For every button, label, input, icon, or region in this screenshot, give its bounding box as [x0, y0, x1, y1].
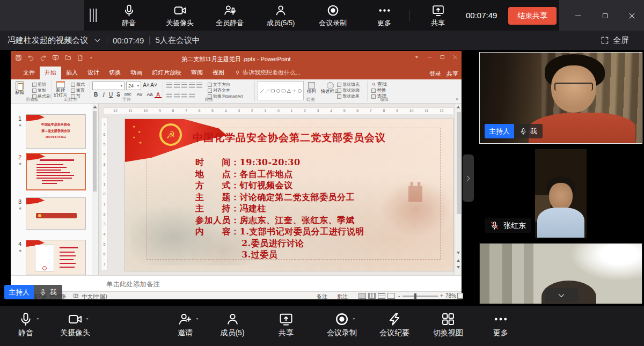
- ribbon-options-icon[interactable]: [414, 54, 420, 60]
- paste-button[interactable]: 粘贴: [15, 81, 24, 95]
- invite-button[interactable]: 邀请: [178, 306, 193, 346]
- camera-caret-icon[interactable]: [85, 316, 90, 321]
- zoom-percentage[interactable]: 78%: [445, 293, 456, 299]
- tab-transitions[interactable]: 切换: [104, 67, 126, 79]
- meeting-minutes-button[interactable]: 会议纪要: [379, 306, 409, 346]
- tab-review[interactable]: 审阅: [186, 67, 208, 79]
- camera-off-button[interactable]: 关摄像头: [166, 0, 194, 31]
- ppt-titlebar[interactable]: 第二支部11月主题党日 .pptx - PowerPoint: [11, 51, 462, 67]
- slide-thumbnail-2-selected[interactable]: [26, 153, 86, 190]
- align-text-button[interactable]: 对齐文本: [208, 87, 230, 93]
- video-tile-zhanghongdong[interactable]: 张红东: [479, 146, 642, 240]
- tab-home[interactable]: 开始: [40, 67, 61, 79]
- drag-handle[interactable]: [90, 9, 97, 22]
- quick-styles-button[interactable]: 快速样式: [321, 82, 339, 94]
- sidebar-toggle-button[interactable]: [463, 154, 474, 202]
- video-tile-bright[interactable]: [479, 243, 642, 304]
- close-button[interactable]: [624, 8, 640, 24]
- members-button[interactable]: 成员(5): [220, 306, 244, 346]
- new-slide-button[interactable]: 新建 幻灯片: [54, 81, 68, 98]
- record-button[interactable]: 会议录制: [319, 0, 347, 31]
- ppt-minimize-icon[interactable]: [427, 54, 433, 60]
- more-button[interactable]: 更多: [377, 0, 391, 31]
- next-slide-button[interactable]: [457, 266, 460, 269]
- normal-view-button[interactable]: [358, 293, 366, 299]
- self-video-overlay[interactable]: 主持人 我: [4, 285, 62, 299]
- zoom-out-button[interactable]: -: [398, 293, 400, 299]
- notes-pane[interactable]: 单击此处添加备注: [11, 275, 462, 291]
- slide-scrollbar[interactable]: [455, 104, 462, 275]
- ppt-close-icon[interactable]: [452, 54, 458, 60]
- more-button[interactable]: 更多: [493, 306, 508, 346]
- scroll-up-arrow[interactable]: [457, 106, 460, 108]
- share-button[interactable]: 共享: [431, 0, 445, 31]
- slide-sorter-view-button[interactable]: [368, 293, 376, 299]
- switch-view-button[interactable]: 切换视图: [433, 306, 463, 346]
- mute-button[interactable]: 静音: [18, 306, 33, 346]
- tab-animations[interactable]: 动画: [126, 67, 147, 79]
- tab-insert[interactable]: 插入: [61, 67, 83, 79]
- ribbon-divider: [52, 81, 52, 101]
- scrollbar-thumb[interactable]: [457, 112, 461, 214]
- reading-view-button[interactable]: [378, 293, 385, 299]
- maximize-button[interactable]: [597, 8, 613, 24]
- text-direction-button[interactable]: 文字方向: [208, 82, 230, 87]
- tab-file[interactable]: 文件: [18, 67, 40, 79]
- zoom-in-button[interactable]: +: [440, 293, 443, 299]
- spellcheck-icon[interactable]: [73, 293, 79, 299]
- scrollbar-thumb[interactable]: [93, 111, 97, 192]
- chevron-down-icon[interactable]: [93, 36, 101, 45]
- shrink-font-button[interactable]: A˅: [150, 82, 157, 88]
- slide-thumbnail-1[interactable]: 中国化学品安全协会 第二党支部委员会议 2021年11月26日: [26, 114, 86, 149]
- camera-off-button[interactable]: 关摄像头: [60, 306, 90, 346]
- slide-thumbnail-4[interactable]: [26, 240, 86, 275]
- shape-fill-button[interactable]: 形状填充: [337, 82, 360, 87]
- mute-all-button[interactable]: 全员静音: [216, 0, 244, 31]
- ppt-maximize-icon[interactable]: [440, 54, 445, 60]
- tab-design[interactable]: 设计: [83, 67, 104, 79]
- slideshow-view-button[interactable]: [387, 293, 395, 299]
- list-buttons[interactable]: [166, 83, 202, 88]
- notes-toggle[interactable]: 备注: [317, 293, 327, 300]
- scroll-up-arrow[interactable]: [93, 106, 97, 108]
- previous-slide-button[interactable]: [457, 259, 460, 262]
- record-caret-icon[interactable]: [352, 316, 356, 321]
- mute-button[interactable]: 静音: [122, 0, 136, 31]
- slide-thumbnail-3[interactable]: [26, 197, 86, 230]
- ppt-share-button[interactable]: 共享: [447, 70, 458, 78]
- fullscreen-button[interactable]: 全屏: [601, 31, 629, 50]
- end-share-button[interactable]: 结束共享: [508, 7, 557, 25]
- tell-me-box[interactable]: 告诉我您想要做什么...: [235, 69, 301, 79]
- scroll-down-arrow[interactable]: [457, 252, 460, 254]
- shape-outline-button[interactable]: 形状轮廓: [337, 87, 360, 93]
- zoom-slider-thumb[interactable]: [414, 293, 416, 299]
- video-tile-host[interactable]: 主持人 我: [479, 52, 642, 144]
- shape-triangle-icon: [287, 89, 291, 93]
- record-button[interactable]: 会议录制: [327, 306, 357, 346]
- arrange-button[interactable]: 排列: [307, 82, 316, 94]
- members-button[interactable]: 成员(5/5): [267, 0, 295, 31]
- language-status[interactable]: 中文(中国): [82, 293, 107, 300]
- layout-button[interactable]: 版式: [71, 82, 85, 87]
- collapse-tiles-button[interactable]: [545, 288, 578, 303]
- thumbnail-scrollbar[interactable]: [92, 104, 98, 292]
- minimize-button[interactable]: [570, 8, 586, 24]
- collapse-ribbon-button[interactable]: ˄: [456, 97, 458, 102]
- font-size-combobox[interactable]: 24▾: [126, 82, 141, 90]
- fit-to-window-button[interactable]: [457, 293, 463, 299]
- zoom-slider-track[interactable]: [402, 296, 438, 297]
- slide-canvas[interactable]: ☭ ★ ★ ★ ★ 中国化学品安全协会第二党支部委员会议 时 间：19:30-2…: [125, 119, 453, 271]
- copy-button[interactable]: 复制: [32, 87, 46, 93]
- comments-toggle[interactable]: 批注: [337, 293, 348, 300]
- shadow-button[interactable]: abc: [122, 92, 133, 97]
- font-name-combobox[interactable]: ▾: [92, 82, 125, 90]
- tab-view[interactable]: 视图: [208, 67, 229, 79]
- sign-in-button[interactable]: 登录: [429, 70, 441, 78]
- cut-button[interactable]: 剪切: [32, 82, 46, 87]
- mic-caret-icon[interactable]: [35, 316, 40, 321]
- share-button[interactable]: 共享: [279, 306, 294, 346]
- invite-caret-icon[interactable]: [195, 316, 200, 321]
- tab-slideshow[interactable]: 幻灯片放映: [147, 67, 186, 79]
- grow-font-button[interactable]: A˄: [143, 82, 150, 88]
- reset-button[interactable]: 重置: [71, 87, 85, 93]
